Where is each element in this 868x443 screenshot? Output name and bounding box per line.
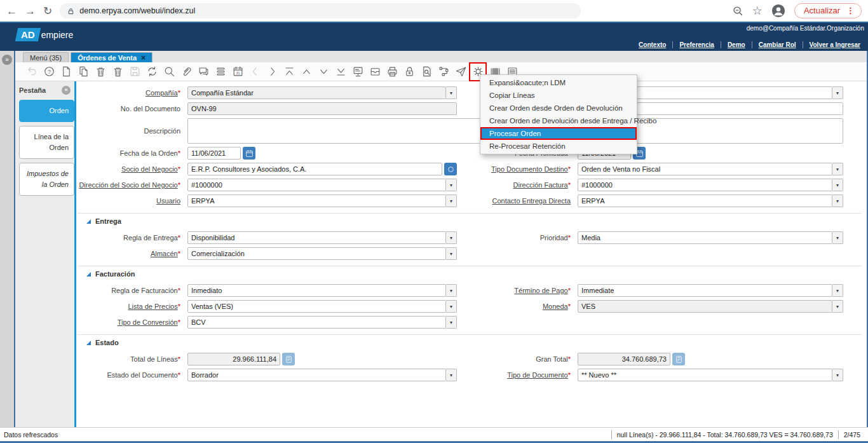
detail-view-button[interactable] [351, 65, 364, 79]
menu-item-re-procesar-retenci-n[interactable]: Re-Procesar Retención [480, 140, 637, 153]
help-button[interactable]: ? [43, 65, 55, 79]
contacto-entrega-directa-dropdown-button[interactable]: ▾ [832, 194, 843, 207]
request-button[interactable] [454, 65, 467, 79]
regla-de-facturacion-dropdown-button[interactable]: ▾ [446, 284, 457, 297]
workflow-button[interactable] [437, 65, 450, 79]
new-record-button[interactable] [60, 65, 72, 79]
tipo-documento-destino-field[interactable]: Orden de Venta no Fiscal [578, 163, 832, 175]
header-link-cambiar-rol[interactable]: Cambiar Rol [752, 41, 803, 48]
tipo-de-documento-dropdown-button[interactable]: ▾ [832, 369, 843, 381]
update-browser-button[interactable]: Actualizar ⋮ [794, 3, 862, 18]
profile-avatar-icon[interactable] [771, 4, 785, 18]
delete-button[interactable] [94, 65, 107, 79]
usuario-dropdown-button[interactable]: ▾ [446, 194, 457, 207]
direccion-factura-dropdown-button[interactable]: ▾ [832, 179, 843, 191]
fecha-de-la-orden-calendar-button[interactable] [243, 147, 255, 160]
termino-de-pago-field[interactable]: Immediate [578, 284, 832, 297]
compania-field[interactable]: Compañía Estándar [187, 86, 446, 99]
browser-forward-icon[interactable]: → [25, 6, 36, 17]
chat-button[interactable] [197, 65, 210, 79]
fecha-de-la-orden-field[interactable]: 11/06/2021 [187, 147, 241, 160]
regla-de-entrega-dropdown-button[interactable]: ▾ [446, 231, 457, 244]
browser-menu-icon[interactable]: ⋮ [846, 6, 855, 15]
tipo-de-conversion-label[interactable]: Tipo de Conversión* [78, 318, 184, 326]
regla-de-facturacion-field[interactable]: Inmediato [187, 284, 446, 297]
bookmark-star-icon[interactable]: ☆ [752, 5, 763, 17]
socio-del-negocio-field[interactable]: E.R.P. Consultores y Asociados, C.A. [187, 163, 442, 175]
tipo-documento-destino-dropdown-button[interactable]: ▾ [832, 163, 843, 175]
termino-de-pago-dropdown-button[interactable]: ▾ [832, 284, 843, 297]
close-tab-icon[interactable]: × [141, 55, 146, 61]
prioridad-dropdown-button[interactable]: ▾ [832, 231, 843, 244]
print-button[interactable] [386, 65, 398, 79]
tipo-de-conversion-field[interactable]: BCV [187, 316, 446, 329]
delete-selection-button[interactable] [111, 65, 124, 79]
zoom-across-button[interactable] [420, 65, 433, 79]
almacen-label[interactable]: Almacén* [78, 250, 184, 257]
gran-total-field[interactable]: 34.760.689,73 [578, 353, 670, 365]
section-header-facturacion[interactable]: Facturación [86, 270, 862, 278]
no-del-documento-field[interactable]: OVN-99 [187, 102, 457, 115]
copy-record-button[interactable] [77, 65, 90, 79]
usuario-field[interactable]: ERPYA [187, 194, 446, 207]
window-tab-menu[interactable]: Menú (35) [23, 52, 69, 62]
address-bar[interactable]: demo.erpya.com/webui/index.zul [60, 3, 581, 18]
lista-de-precios-field[interactable]: Ventas (VES) [187, 300, 446, 313]
expand-menu-button[interactable]: » [2, 55, 12, 65]
organizacion-dropdown-button[interactable]: ▾ [832, 86, 843, 99]
browser-refresh-icon[interactable]: ↻ [43, 6, 52, 17]
tipo-de-documento-label[interactable]: Tipo de Documento* [460, 371, 574, 379]
moneda-dropdown-button[interactable]: ▾ [832, 300, 843, 313]
browser-back-icon[interactable]: ← [6, 6, 17, 17]
compania-label[interactable]: Compañía* [78, 89, 184, 97]
grid-toggle-button[interactable] [214, 65, 227, 79]
sidebar-tab-linea-de-la-orden[interactable]: Línea de la Orden [19, 126, 74, 159]
almacen-dropdown-button[interactable]: ▾ [446, 247, 457, 260]
compania-dropdown-button[interactable]: ▾ [446, 86, 457, 99]
calendar-button[interactable]: 31 [231, 65, 244, 79]
estado-del-documento-dropdown-button[interactable]: ▾ [446, 369, 457, 381]
last-record-button[interactable] [334, 65, 347, 79]
usuario-label[interactable]: Usuario [78, 197, 184, 205]
socio-del-negocio-label[interactable]: Socio del Negocio* [78, 165, 184, 173]
menu-item-expansi-oacute-n-ldm[interactable]: Expansi&oacute;n LDM [480, 76, 637, 89]
attachment-button[interactable] [180, 65, 193, 79]
moneda-label[interactable]: Moneda* [460, 303, 574, 310]
direccion-factura-label[interactable]: Dirección Factura* [460, 181, 574, 189]
zoom-out-icon[interactable] [733, 6, 743, 17]
almacen-field[interactable]: Comercialización [187, 247, 446, 260]
window-tab-ordenes-de-venta[interactable]: Órdenes de Venta× [71, 52, 153, 62]
header-link-preferencia[interactable]: Preferencia [673, 41, 721, 48]
section-header-estado[interactable]: Estado [86, 339, 862, 346]
direccion-del-socio-del-negocio-label[interactable]: Dirección del Socio del Negocio* [78, 181, 184, 189]
direccion-factura-field[interactable]: #1000000 [578, 179, 832, 191]
lista-de-precios-dropdown-button[interactable]: ▾ [446, 300, 457, 313]
menu-item-copiar-l-neas[interactable]: Copiar Líneas [480, 89, 637, 102]
contacto-entrega-directa-label[interactable]: Contacto Entrega Directa [460, 197, 574, 205]
tipo-de-conversion-dropdown-button[interactable]: ▾ [446, 316, 457, 329]
find-button[interactable] [163, 65, 175, 79]
estado-del-documento-field[interactable]: Borrador [187, 369, 446, 381]
termino-de-pago-label[interactable]: Término de Pago* [460, 287, 574, 294]
first-record-button[interactable] [283, 65, 295, 79]
lista-de-precios-label[interactable]: Lista de Precios* [78, 303, 184, 310]
sidebar-tab-impuestos-de-la-orden[interactable]: Impuestos de la Orden [19, 163, 74, 196]
previous-record-button[interactable] [300, 65, 313, 79]
gran-total-calculator-button[interactable] [672, 353, 685, 365]
total-de-lineas-calculator-button[interactable] [282, 353, 295, 365]
menu-item-crear-orden-desde-orden-de-devoluci-n[interactable]: Crear Orden desde Orden de Devolución [480, 102, 637, 114]
tipo-documento-destino-label[interactable]: Tipo Documento Destino* [460, 165, 574, 173]
refresh-button[interactable] [146, 65, 158, 79]
archive-button[interactable] [369, 65, 381, 79]
detail-record-button[interactable] [266, 65, 278, 79]
lock-button[interactable] [403, 65, 416, 79]
section-header-entrega[interactable]: Entrega [86, 217, 862, 225]
moneda-field[interactable]: VES [578, 300, 832, 313]
tipo-de-documento-field[interactable]: ** Nuevo ** [578, 369, 832, 381]
contacto-entrega-directa-field[interactable]: ERPYA [578, 194, 832, 207]
socio-del-negocio-search-button[interactable] [444, 163, 457, 175]
header-link-volver-a-ingresar[interactable]: Volver a Ingresar [803, 41, 867, 48]
header-link-contexto[interactable]: Contexto [632, 41, 673, 48]
total-de-lineas-field[interactable]: 29.966.111,84 [187, 353, 280, 365]
next-record-button[interactable] [317, 65, 330, 79]
